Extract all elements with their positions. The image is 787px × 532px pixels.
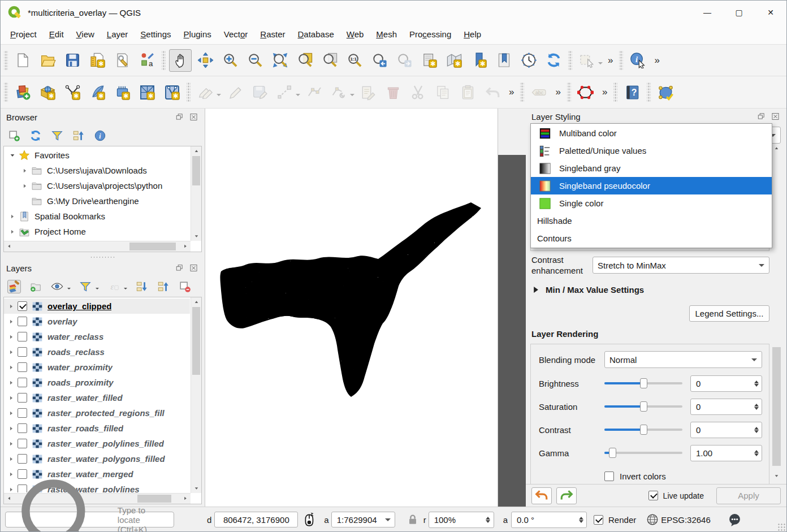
brightness-spinbox[interactable]: 0 xyxy=(690,375,762,392)
renderer-option-paletted-unique-values[interactable]: Paletted/Unique values xyxy=(531,142,772,159)
layer-visibility-checkbox[interactable] xyxy=(18,393,27,403)
expand-all-button[interactable] xyxy=(135,280,149,293)
identify-features-button[interactable]: i xyxy=(626,49,649,72)
collapse-all-button[interactable] xyxy=(157,280,170,293)
select-features-button[interactable] xyxy=(576,49,598,72)
expander-closed-icon[interactable] xyxy=(5,380,18,386)
minmax-settings-group[interactable]: Min / Max Value Settings xyxy=(533,285,644,295)
toggle-editing-button[interactable] xyxy=(223,81,246,103)
menu-plugins[interactable]: Plugins xyxy=(178,26,218,42)
expander-closed-icon[interactable] xyxy=(5,410,18,416)
renderer-option-singleband-gray[interactable]: Singleband gray xyxy=(531,159,772,177)
refresh-browser-button[interactable] xyxy=(29,129,42,142)
filter-expression-button[interactable]: ε xyxy=(107,280,120,293)
zoom-to-selection-button[interactable] xyxy=(318,49,341,72)
layer-visibility-checkbox[interactable] xyxy=(18,378,27,387)
show-spatial-bookmarks-button[interactable] xyxy=(492,49,515,72)
menu-project[interactable]: Project xyxy=(4,26,43,42)
layer-visibility-checkbox[interactable] xyxy=(18,347,27,357)
layer-row[interactable]: water_proximity xyxy=(4,360,190,375)
cut-features-button[interactable] xyxy=(407,81,429,103)
panel-splitter[interactable] xyxy=(1,254,205,259)
toolbar-drag-handle[interactable] xyxy=(613,83,617,102)
browser-item[interactable]: Spatial Bookmarks xyxy=(4,209,190,224)
refresh-map-button[interactable] xyxy=(542,49,565,72)
layer-visibility-checkbox[interactable] xyxy=(18,423,27,433)
remove-layer-button[interactable] xyxy=(178,280,192,293)
new-map-view-button[interactable] xyxy=(418,49,440,72)
undo-edits-button[interactable] xyxy=(481,81,504,103)
manage-map-themes-button[interactable] xyxy=(50,280,64,293)
menu-view[interactable]: View xyxy=(70,26,101,42)
layer-visibility-checkbox[interactable] xyxy=(18,408,27,418)
digitize-segment-dropdown-caret[interactable] xyxy=(296,94,300,98)
new-shapefile-layer-button[interactable] xyxy=(61,81,84,103)
new-grid-layer-button[interactable] xyxy=(136,81,158,103)
legend-settings-button[interactable]: Legend Settings... xyxy=(689,305,769,322)
zoom-out-button[interactable] xyxy=(244,49,266,72)
open-layer-styling-button[interactable] xyxy=(7,280,21,293)
check-geometries-button[interactable] xyxy=(654,81,677,103)
zoom-next-button[interactable] xyxy=(393,49,416,72)
browser-item[interactable]: C:\Users\ujava\projects\python xyxy=(4,178,190,193)
toolbar-overflow-button[interactable]: » xyxy=(505,86,518,98)
toolbar-overflow-button[interactable]: » xyxy=(598,86,611,98)
layer-visibility-checkbox[interactable] xyxy=(18,301,27,311)
layers-vertical-scrollbar[interactable] xyxy=(191,297,201,493)
new-spatialite-layer-button[interactable] xyxy=(86,81,109,103)
renderer-option-singleband-pseudocolor[interactable]: Singleband pseudocolor xyxy=(531,177,772,194)
coordinate-input[interactable]: 806472, 3176900 xyxy=(214,512,298,527)
filter-browser-button[interactable] xyxy=(50,129,64,142)
resize-grip[interactable] xyxy=(777,523,785,531)
layer-visibility-checkbox[interactable] xyxy=(18,362,27,372)
expander-open-icon[interactable] xyxy=(6,153,19,158)
saturation-slider[interactable] xyxy=(604,401,682,412)
toolbar-overflow-button[interactable]: » xyxy=(604,55,617,66)
styling-close-button[interactable] xyxy=(769,112,781,122)
toolbar-drag-handle[interactable] xyxy=(647,83,651,102)
copy-features-button[interactable] xyxy=(431,81,454,103)
new-project-button[interactable] xyxy=(11,49,34,72)
styling-float-button[interactable] xyxy=(755,112,767,122)
toolbar-drag-handle[interactable] xyxy=(162,51,166,70)
layer-row[interactable]: raster_water_filled xyxy=(4,390,190,405)
layer-row[interactable]: roads_reclass xyxy=(4,344,190,360)
render-checkbox[interactable] xyxy=(594,515,603,525)
delete-selected-button[interactable] xyxy=(382,81,404,103)
layer-row[interactable]: raster_water_polygons_filled xyxy=(4,451,190,466)
expander-closed-icon[interactable] xyxy=(5,334,18,340)
toolbar-overflow-button[interactable]: » xyxy=(650,55,663,66)
current-edits-dropdown-caret[interactable] xyxy=(217,94,221,98)
new-3d-map-view-button[interactable] xyxy=(443,49,465,72)
expander-closed-icon[interactable] xyxy=(5,426,18,431)
filter-legend-caret[interactable] xyxy=(96,288,99,291)
filter-expression-caret[interactable] xyxy=(124,288,127,291)
contrast-enhancement-combo[interactable]: Stretch to MinMax xyxy=(593,257,769,274)
current-edits-button[interactable] xyxy=(194,81,217,103)
show-layout-manager-button[interactable] xyxy=(111,49,133,72)
apply-button[interactable]: Apply xyxy=(716,487,781,504)
expander-closed-icon[interactable] xyxy=(5,319,18,325)
data-source-manager-button[interactable] xyxy=(11,81,34,103)
layer-row[interactable]: overlay xyxy=(4,314,190,329)
new-geopackage-layer-button[interactable] xyxy=(36,81,59,103)
add-selected-layers-button[interactable] xyxy=(7,129,21,142)
browser-item[interactable]: G:\My Drive\earthengine xyxy=(4,193,190,209)
save-project-button[interactable] xyxy=(61,49,84,72)
pan-map-button[interactable] xyxy=(169,49,192,72)
toolbar-drag-handle[interactable] xyxy=(4,83,8,102)
expander-closed-icon[interactable] xyxy=(6,229,19,235)
contrast-slider[interactable] xyxy=(604,424,682,435)
zoom-in-button[interactable] xyxy=(219,49,241,72)
toolbar-drag-handle[interactable] xyxy=(568,51,572,70)
browser-item[interactable]: Project Home xyxy=(4,224,190,239)
menu-database[interactable]: Database xyxy=(292,26,340,42)
mouse-extents-icon[interactable] xyxy=(302,512,317,527)
menu-raster[interactable]: Raster xyxy=(254,26,291,42)
style-undo-button[interactable] xyxy=(531,487,552,504)
zoom-full-button[interactable] xyxy=(269,49,291,72)
expander-closed-icon[interactable] xyxy=(19,183,31,189)
layer-row[interactable]: raster_roads_filled xyxy=(4,421,190,436)
browser-item[interactable]: Favorites xyxy=(4,148,190,163)
layer-visibility-checkbox[interactable] xyxy=(18,317,27,326)
